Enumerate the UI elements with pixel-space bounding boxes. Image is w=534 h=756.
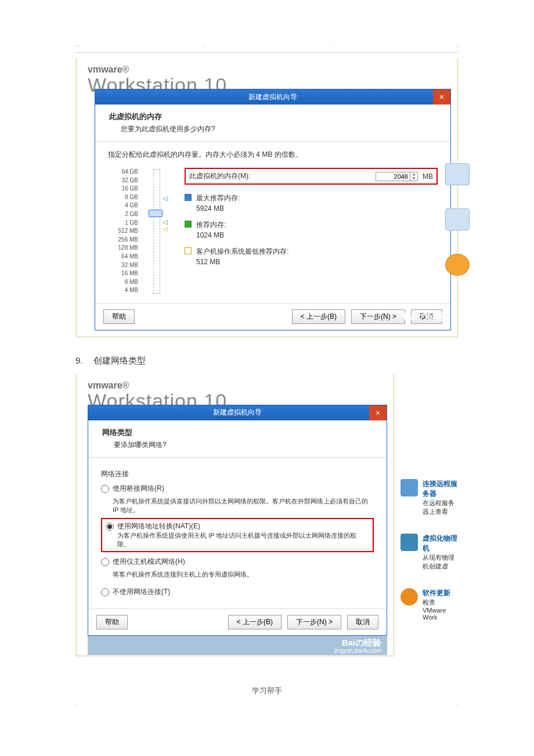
step-9: 9. 创建网络类型 — [75, 355, 459, 366]
radio-none[interactable]: 不使用网络连接(T) — [101, 587, 374, 597]
vm-icon — [445, 208, 470, 231]
help-button[interactable]: 帮助 — [103, 309, 135, 324]
radio-nat[interactable]: 使用网络地址转换(NAT)(E) — [106, 521, 369, 531]
update-icon — [400, 588, 418, 606]
memory-slider[interactable]: ◁ ◁ ◁ — [150, 168, 173, 295]
server-icon — [400, 479, 418, 496]
square-green-icon — [185, 221, 192, 228]
square-yellow-icon — [185, 247, 192, 254]
step-number: 9. — [75, 355, 83, 366]
section-title: 此虚拟机的内存 — [109, 111, 436, 122]
dialog-title: 新建虚拟机向导 × — [95, 89, 450, 105]
highlighted-nat-option: 使用网络地址转换(NAT)(E) 为客户机操作系统提供使用主机 IP 地址访问主… — [101, 518, 374, 552]
rec-recommend: 推荐内存:1024 MB — [185, 219, 438, 240]
close-button[interactable]: × — [433, 89, 450, 105]
slider-handle[interactable] — [149, 210, 163, 217]
screenshot-memory: vmware® Workstation 10 新建虚拟机向导 × 此虚拟机的内存… — [75, 59, 459, 338]
screenshot-network: vmware® Workstation 10 新建虚拟机向导 × 网络类型 要添… — [75, 375, 395, 657]
memory-input-row: 此虚拟机的内存(M): ▲▼ MB — [185, 168, 438, 185]
help-button[interactable]: 帮助 — [96, 615, 128, 629]
vm-icon — [400, 534, 418, 551]
update-icon — [445, 254, 470, 276]
next-button[interactable]: 下一步(N) > — [351, 309, 405, 324]
step-down-icon[interactable]: ▼ — [410, 177, 417, 181]
side-update[interactable]: 软件更新检查 VMware Work — [400, 588, 459, 621]
back-button[interactable]: < 上一步(B) — [292, 309, 345, 324]
memory-description: 指定分配给此虚拟机的内存量。内存大小必须为 4 MB 的倍数。 — [108, 150, 438, 160]
memory-stepper[interactable]: ▲▼ — [376, 172, 418, 181]
baidu-watermark: Baiの经验 jingyan.baidu.com — [399, 312, 446, 329]
memory-unit: MB — [423, 172, 433, 181]
dialog-title: 新建虚拟机向导 × — [88, 405, 387, 420]
pointer-rec-icon: ◁ — [163, 219, 167, 225]
side-panel: 连接远程服务器在远程服务器上查看 虚拟化物理机从现有物理机创建虚 软件更新检查 … — [400, 375, 459, 663]
memory-input[interactable] — [376, 172, 410, 181]
pointer-min-icon: ◁ — [163, 226, 167, 232]
pointer-max-icon: ◁ — [163, 195, 167, 201]
rec-min: 客户机操作系统最低推荐内存:512 MB — [185, 246, 438, 267]
step-up-icon[interactable]: ▲ — [410, 172, 417, 177]
section-title: 网络类型 — [102, 427, 373, 438]
radio-icon — [101, 485, 109, 493]
radio-icon — [101, 588, 109, 596]
cancel-button[interactable]: 取消 — [347, 615, 378, 629]
side-icons — [445, 163, 470, 276]
radio-hostonly[interactable]: 使用仅主机模式网络(H) — [101, 557, 374, 567]
rec-max: 最大推荐内存:5924 MB — [185, 193, 438, 214]
baidu-watermark: Baiの经验 jingyan.baidu.com — [88, 636, 387, 656]
memory-ticks: 64 GB32 GB16 GB 8 GB4 GB2 GB 1 GB512 MB2… — [108, 168, 138, 295]
page-footer: 学习帮手 — [75, 686, 459, 696]
radio-icon — [101, 558, 109, 566]
close-button[interactable]: × — [369, 405, 387, 420]
section-subtitle: 您要为此虚拟机使用多少内存? — [121, 124, 436, 134]
memory-label: 此虚拟机的内存(M): — [189, 171, 250, 181]
square-blue-icon — [185, 194, 192, 201]
next-button[interactable]: 下一步(N) > — [287, 615, 341, 629]
side-remote[interactable]: 连接远程服务器在远程服务器上查看 — [400, 479, 459, 516]
back-button[interactable]: < 上一步(B) — [228, 615, 282, 629]
radio-bridged[interactable]: 使用桥接网络(R) — [101, 484, 374, 494]
wizard-dialog-memory: 新建虚拟机向导 × 此虚拟机的内存 您要为此虚拟机使用多少内存? 指定分配给此虚… — [95, 89, 451, 330]
step-text: 创建网络类型 — [93, 355, 146, 366]
radio-icon — [106, 523, 114, 531]
side-virtualize[interactable]: 虚拟化物理机从现有物理机创建虚 — [400, 534, 459, 571]
server-icon — [445, 163, 470, 185]
network-section: 网络连接 — [101, 469, 374, 479]
wizard-dialog-network: 新建虚拟机向导 × 网络类型 要添加哪类网络? 网络连接 使用桥接网络(R) 为… — [88, 405, 387, 636]
section-subtitle: 要添加哪类网络? — [114, 440, 373, 450]
